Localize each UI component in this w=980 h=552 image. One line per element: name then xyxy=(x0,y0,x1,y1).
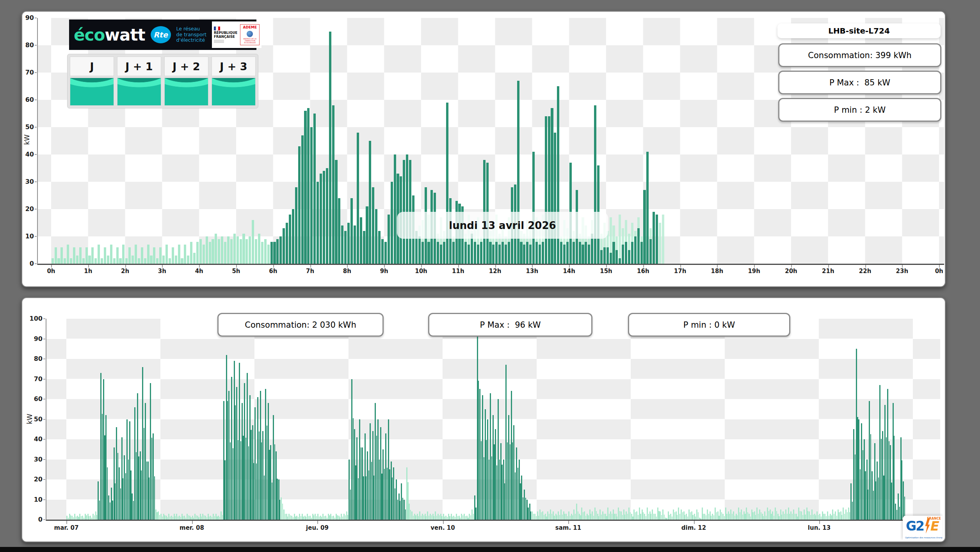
power-bar[interactable] xyxy=(624,515,625,520)
power-bar[interactable] xyxy=(427,511,428,520)
power-bar[interactable] xyxy=(572,515,573,520)
power-bar[interactable] xyxy=(735,516,735,520)
power-bar[interactable] xyxy=(700,518,701,520)
power-bar[interactable] xyxy=(233,448,233,520)
power-bar[interactable] xyxy=(720,509,721,520)
power-bar[interactable] xyxy=(341,514,342,520)
power-bar[interactable] xyxy=(618,508,619,520)
power-bar[interactable] xyxy=(214,516,215,520)
power-bar[interactable] xyxy=(317,514,318,520)
power-bar[interactable] xyxy=(197,516,198,520)
power-bar[interactable] xyxy=(158,511,159,520)
power-bar[interactable] xyxy=(811,509,813,520)
power-bar[interactable] xyxy=(477,245,479,264)
power-bar[interactable] xyxy=(256,463,257,520)
power-bar[interactable] xyxy=(264,476,265,520)
power-bar[interactable] xyxy=(279,500,280,520)
power-bar[interactable] xyxy=(653,514,654,520)
power-bar[interactable] xyxy=(579,242,581,264)
power-bar[interactable] xyxy=(142,367,143,520)
power-bar[interactable] xyxy=(286,514,287,520)
power-bar[interactable] xyxy=(677,515,678,520)
power-bar[interactable] xyxy=(363,231,365,264)
power-bar[interactable] xyxy=(704,514,705,520)
power-bar[interactable] xyxy=(446,103,448,264)
power-bar[interactable] xyxy=(634,236,637,264)
power-bar[interactable] xyxy=(775,508,776,520)
power-bar[interactable] xyxy=(622,245,624,264)
power-bar[interactable] xyxy=(749,514,750,520)
power-bar[interactable] xyxy=(636,511,637,520)
power-bar[interactable] xyxy=(844,514,845,520)
power-bar[interactable] xyxy=(196,515,197,520)
power-bar[interactable] xyxy=(100,373,101,520)
power-bar[interactable] xyxy=(419,511,420,520)
power-bar[interactable] xyxy=(71,516,73,520)
power-bar[interactable] xyxy=(137,393,138,520)
power-bar[interactable] xyxy=(903,481,904,520)
power-bar[interactable] xyxy=(306,517,306,520)
power-bar[interactable] xyxy=(285,514,286,520)
power-bar[interactable] xyxy=(494,444,494,520)
power-bar[interactable] xyxy=(206,236,208,264)
power-bar[interactable] xyxy=(194,514,196,520)
power-bar[interactable] xyxy=(548,116,550,264)
power-bar[interactable] xyxy=(332,105,334,264)
power-bar[interactable] xyxy=(355,465,356,520)
power-bar[interactable] xyxy=(528,508,528,520)
power-bar[interactable] xyxy=(209,517,210,520)
power-bar[interactable] xyxy=(502,242,504,264)
power-bar[interactable] xyxy=(750,517,751,520)
power-bar[interactable] xyxy=(354,429,355,520)
power-bar[interactable] xyxy=(783,511,784,520)
power-bar[interactable] xyxy=(822,511,823,520)
power-bar[interactable] xyxy=(212,517,212,520)
power-bar[interactable] xyxy=(606,516,607,520)
power-bar[interactable] xyxy=(298,146,301,264)
power-bar[interactable] xyxy=(503,460,504,520)
power-bar[interactable] xyxy=(855,454,855,520)
power-bar[interactable] xyxy=(157,512,157,520)
power-bar[interactable] xyxy=(823,514,824,520)
power-bar[interactable] xyxy=(790,511,791,520)
power-bar[interactable] xyxy=(692,515,693,520)
power-bar[interactable] xyxy=(468,518,468,520)
power-bar[interactable] xyxy=(357,133,359,264)
power-bar[interactable] xyxy=(555,514,557,520)
power-bar[interactable] xyxy=(593,516,594,520)
power-bar[interactable] xyxy=(827,511,828,520)
power-bar[interactable] xyxy=(360,217,362,264)
power-bar[interactable] xyxy=(272,483,272,520)
power-bar[interactable] xyxy=(73,517,74,520)
power-bar[interactable] xyxy=(361,447,361,520)
power-bar[interactable] xyxy=(478,381,479,520)
power-bar[interactable] xyxy=(737,515,738,520)
power-bar[interactable] xyxy=(898,493,899,520)
power-bar[interactable] xyxy=(210,516,211,520)
power-bar[interactable] xyxy=(526,242,528,264)
power-bar[interactable] xyxy=(87,514,89,520)
power-bar[interactable] xyxy=(585,516,586,520)
power-bar[interactable] xyxy=(681,509,682,520)
power-bar[interactable] xyxy=(640,242,643,264)
power-bar[interactable] xyxy=(138,258,140,264)
power-bar[interactable] xyxy=(116,427,117,520)
power-bar[interactable] xyxy=(52,258,54,264)
power-bar[interactable] xyxy=(151,438,152,520)
power-bar[interactable] xyxy=(321,517,322,520)
power-bar[interactable] xyxy=(512,442,513,520)
power-bar[interactable] xyxy=(894,436,895,520)
power-bar[interactable] xyxy=(588,245,590,264)
power-bar[interactable] xyxy=(474,495,475,520)
power-bar[interactable] xyxy=(337,515,338,520)
power-bar[interactable] xyxy=(622,515,623,520)
power-bar[interactable] xyxy=(702,508,703,520)
power-bar[interactable] xyxy=(763,516,764,520)
power-bar[interactable] xyxy=(542,242,544,264)
power-bar[interactable] xyxy=(772,511,773,520)
power-bar[interactable] xyxy=(473,514,474,520)
power-bar[interactable] xyxy=(532,152,535,264)
power-bar[interactable] xyxy=(863,450,863,520)
power-bar[interactable] xyxy=(415,515,416,520)
power-bar[interactable] xyxy=(257,397,258,520)
